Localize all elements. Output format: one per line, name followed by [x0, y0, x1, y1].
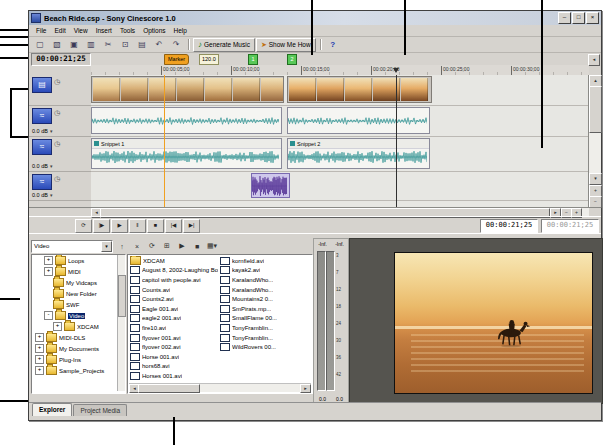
audio-track-lane-3[interactable]: [91, 172, 589, 201]
menu-tools[interactable]: Tools: [116, 27, 139, 34]
video-track-lane[interactable]: [91, 75, 589, 106]
minimize-button[interactable]: –: [558, 12, 571, 24]
hint-marker[interactable]: 2: [287, 54, 297, 65]
current-timecode-display[interactable]: 00:00:21;25: [31, 53, 91, 66]
views-button[interactable]: ▦▾: [205, 240, 219, 253]
file-item[interactable]: TonyFramblin...: [220, 323, 308, 333]
transport-timecode-secondary[interactable]: 00:00:21;25: [541, 219, 599, 233]
tempo-marker-tag[interactable]: 120.0: [199, 54, 219, 65]
expander-plus-icon[interactable]: +: [35, 366, 44, 375]
file-item[interactable]: TonyFramblin...: [220, 333, 308, 343]
file-item[interactable]: capitol with people.avi: [130, 275, 218, 285]
marker-tag[interactable]: Marker: [164, 54, 189, 65]
new-folder-button[interactable]: ⊞: [160, 240, 174, 253]
tree-item-video[interactable]: -Video: [32, 310, 125, 321]
show-me-how-button[interactable]: ➤ Show Me How: [256, 38, 316, 52]
expander-plus-icon[interactable]: +: [35, 344, 44, 353]
file-item[interactable]: SmallFlame 00...: [220, 314, 308, 324]
refresh-button[interactable]: ⟳: [145, 240, 159, 253]
menu-insert[interactable]: Insert: [92, 27, 116, 34]
loop-button[interactable]: ⟳: [75, 219, 92, 233]
menu-edit[interactable]: Edit: [50, 27, 69, 34]
file-item[interactable]: SmPirats.mp...: [220, 304, 308, 314]
tree-item-loops[interactable]: +Loops: [32, 255, 125, 266]
clock-icon[interactable]: ◷: [54, 78, 60, 86]
file-item[interactable]: Counts2.avi: [130, 294, 218, 304]
audio-track-icon[interactable]: ≈: [32, 139, 52, 155]
transport-timecode[interactable]: 00:00:21;25: [480, 219, 538, 233]
audio-clip[interactable]: [91, 107, 282, 134]
file-item[interactable]: eagle2 001.avi: [130, 314, 218, 324]
tree-item-swf[interactable]: SWF: [32, 299, 125, 310]
delete-button[interactable]: ×: [130, 240, 144, 253]
expander-plus-icon[interactable]: +: [44, 267, 53, 276]
save-button[interactable]: ▣: [66, 37, 82, 52]
stop-button[interactable]: ■: [147, 219, 164, 233]
expander-plus-icon[interactable]: +: [35, 333, 44, 342]
file-item[interactable]: hors68.avi: [130, 362, 218, 372]
audio-track-lane-2[interactable]: Snippet 1Snippet 2: [91, 137, 589, 172]
file-item[interactable]: flyover 002.avi: [130, 342, 218, 352]
scrollbar-thumb[interactable]: [118, 275, 126, 317]
tree-item-my-vidcaps[interactable]: My Vidcaps: [32, 277, 125, 288]
expander-plus-icon[interactable]: +: [35, 355, 44, 364]
maximize-button[interactable]: □: [572, 12, 585, 24]
undo-button[interactable]: ↶: [151, 37, 167, 52]
expander-plus-icon[interactable]: +: [53, 322, 62, 331]
menu-options[interactable]: Options: [139, 27, 169, 34]
file-item[interactable]: kayak2.avi: [220, 266, 308, 276]
paste-button[interactable]: ▤: [134, 37, 150, 52]
file-item[interactable]: KaralandWho...: [220, 285, 308, 295]
tree-item-midi-dls[interactable]: +MIDI-DLS: [32, 332, 125, 343]
track-header-audio-2[interactable]: ≈◷0.0 dB▾: [29, 137, 91, 172]
file-item[interactable]: KaralandWho...: [220, 275, 308, 285]
file-item[interactable]: kornfield.avi: [220, 256, 308, 266]
expander-minus-icon[interactable]: -: [44, 311, 53, 320]
file-item[interactable]: Horse 001.avi: [130, 352, 218, 362]
play-from-start-button[interactable]: |▶: [93, 219, 110, 233]
tab-project-media[interactable]: Project Media: [73, 404, 127, 416]
tree-item-sample-projects[interactable]: +Sample_Projects: [32, 365, 125, 376]
video-clip[interactable]: [287, 76, 432, 103]
open-button[interactable]: ▧: [49, 37, 65, 52]
redo-button[interactable]: ↷: [168, 37, 184, 52]
generate-music-button[interactable]: ♪ Generate Music: [193, 38, 255, 52]
scroll-right-icon[interactable]: ▸: [300, 384, 311, 393]
file-item[interactable]: WildRovers 00...: [220, 342, 308, 352]
gain-control[interactable]: 0.0 dB▾: [32, 128, 52, 134]
edit-cursor[interactable]: [396, 75, 397, 207]
audio-track-lane-1[interactable]: [91, 106, 589, 137]
scrollbar-thumb[interactable]: [138, 384, 200, 393]
pin-button[interactable]: ◂: [588, 54, 600, 66]
gain-control[interactable]: 0.0 dB▾: [32, 192, 52, 198]
tab-explorer[interactable]: Explorer: [32, 403, 72, 416]
track-header-audio-1[interactable]: ≈◷0.0 dB▾: [29, 106, 91, 137]
file-item[interactable]: August 8, 2002-Laughing Boy.mpg: [130, 266, 218, 276]
clock-icon[interactable]: ◷: [54, 109, 60, 117]
help-button[interactable]: ?: [325, 37, 341, 52]
file-list-scrollbar[interactable]: ◂ ▸: [129, 383, 311, 392]
file-item[interactable]: fire10.avi: [130, 323, 218, 333]
track-header-video[interactable]: ▤◷: [29, 75, 91, 106]
file-item[interactable]: Horses 001.avi: [130, 371, 218, 381]
tree-item-plug-ins[interactable]: +Plug-Ins: [32, 354, 125, 365]
audio-track-icon[interactable]: ≈: [32, 108, 52, 124]
hint-marker[interactable]: 1: [248, 54, 258, 65]
cut-button[interactable]: ✂: [100, 37, 116, 52]
video-clip[interactable]: [91, 76, 284, 103]
music-snippet-clip[interactable]: Snippet 1: [91, 138, 282, 169]
copy-button[interactable]: ⊡: [117, 37, 133, 52]
scroll-down-icon[interactable]: ▾: [589, 173, 602, 185]
scrollbar-thumb[interactable]: [589, 86, 602, 133]
tree-item-new-folder[interactable]: New Folder: [32, 288, 125, 299]
file-item[interactable]: Mountains2 0...: [220, 294, 308, 304]
chevron-down-icon[interactable]: ▾: [101, 241, 112, 252]
go-to-start-button[interactable]: |◀: [165, 219, 182, 233]
tree-item-xdcam[interactable]: +XDCAM: [32, 321, 125, 332]
project-properties-button[interactable]: ▥: [83, 37, 99, 52]
new-button[interactable]: ▢: [32, 37, 48, 52]
video-track-icon[interactable]: ▤: [32, 77, 52, 93]
close-button[interactable]: ×: [586, 12, 599, 24]
gain-control[interactable]: 0.0 dB▾: [32, 163, 52, 169]
play-button[interactable]: ▶: [111, 219, 128, 233]
